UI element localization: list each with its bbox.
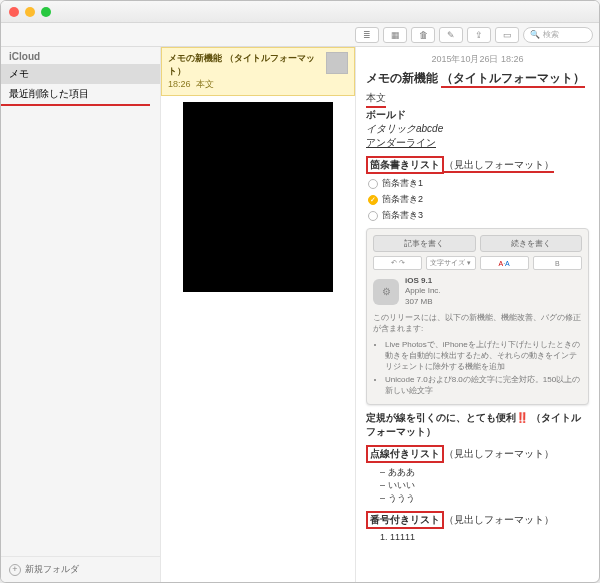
trash-button[interactable]: 🗑 <box>411 27 435 43</box>
embed-app-name: iOS 9.1 <box>405 276 441 286</box>
embed-list: Live Photosで、iPhoneを上げたり下げたりしたときの動きを自動的に… <box>385 339 582 396</box>
bullet-heading-hl: （見出しフォーマット） <box>444 159 554 173</box>
toolbar: ≣ ▦ 🗑 ✎ ⇪ ▭ 🔍 検索 <box>1 23 599 47</box>
embed-desc: このリリースには、以下の新機能、機能改善、バグの修正が含まれます: <box>373 313 582 335</box>
checklist: 箇条書き1 箇条書き2 箇条書き3 <box>368 177 589 222</box>
notes-window: ≣ ▦ 🗑 ✎ ⇪ ▭ 🔍 検索 iCloud メモ 最近削除した項目 + 新規… <box>0 0 600 583</box>
bullet-heading-box: 箇条書きリスト <box>366 156 444 174</box>
note-title-highlight: （タイトルフォーマット） <box>441 71 585 88</box>
radio-icon[interactable] <box>368 211 378 221</box>
body: iCloud メモ 最近削除した項目 + 新規フォルダ メモの新機能 （タイトル… <box>1 47 599 582</box>
num-heading: 番号付きリスト（見出しフォーマット） <box>366 511 589 529</box>
embed-tab-continue[interactable]: 続きを書く <box>480 235 583 252</box>
note-date: 2015年10月26日 18:26 <box>366 53 589 66</box>
body-underline: アンダーライン <box>366 136 589 150</box>
search-icon: 🔍 <box>530 30 540 39</box>
sidebar-section-icloud: iCloud <box>1 47 160 64</box>
embed-toolbar: ↶ ↷ 文字サイズ ▾ A·A B <box>373 256 582 270</box>
embed-tabs: 記事を書く 続きを書く <box>373 235 582 252</box>
zoom-icon[interactable] <box>41 7 51 17</box>
dash-heading-rest: （見出しフォーマット） <box>444 448 554 459</box>
num-heading-rest: （見出しフォーマット） <box>444 514 554 525</box>
gear-icon: ⚙ <box>373 279 399 305</box>
search-placeholder: 検索 <box>543 29 559 40</box>
new-folder-label: 新規フォルダ <box>25 563 79 576</box>
note-card-meta: 18:26 本文 <box>168 78 322 91</box>
checklist-label: 箇条書き1 <box>382 177 423 190</box>
body-bold: ボールド <box>366 108 589 122</box>
note-card-text: メモの新機能 （タイトルフォーマット） 18:26 本文 <box>168 52 322 91</box>
body-honbun: 本文 <box>366 91 386 108</box>
note-card-title: メモの新機能 （タイトルフォーマット） <box>168 52 322 78</box>
search-input[interactable]: 🔍 検索 <box>523 27 593 43</box>
redacted-block <box>183 102 333 292</box>
note-title: メモの新機能 （タイトルフォーマット） <box>366 70 589 87</box>
sidebar-item-label: メモ <box>9 68 29 79</box>
share-button[interactable]: ⇪ <box>467 27 491 43</box>
fontsize-select[interactable]: 文字サイズ ▾ <box>426 256 475 270</box>
dash-item: いいい <box>380 479 589 492</box>
sidebar-item-notes[interactable]: メモ <box>1 64 160 84</box>
double-exclaim-icon: ‼️ <box>516 412 528 423</box>
embed-tab-write[interactable]: 記事を書く <box>373 235 476 252</box>
titlebar <box>1 1 599 23</box>
attach-button[interactable]: ▭ <box>495 27 519 43</box>
embed-app-row: ⚙ iOS 9.1 Apple Inc. 307 MB <box>373 276 582 307</box>
close-icon[interactable] <box>9 7 19 17</box>
embed-app-vendor: Apple Inc. <box>405 286 441 296</box>
dash-heading-box: 点線付きリスト <box>366 445 444 463</box>
note-card-thumb <box>326 52 348 74</box>
radio-icon[interactable] <box>368 179 378 189</box>
radio-checked-icon[interactable] <box>368 195 378 205</box>
color-a-icon[interactable]: A·A <box>480 256 529 270</box>
plus-icon: + <box>9 564 21 576</box>
bullet-heading: 箇条書きリスト（見出しフォーマット） <box>366 156 589 174</box>
num-heading-box: 番号付きリスト <box>366 511 444 529</box>
undo-icon[interactable]: ↶ ↷ <box>373 256 422 270</box>
sidebar: iCloud メモ 最近削除した項目 + 新規フォルダ <box>1 47 161 582</box>
minimize-icon[interactable] <box>25 7 35 17</box>
sidebar-spacer <box>1 106 160 556</box>
checklist-item[interactable]: 箇条書き1 <box>368 177 589 190</box>
note-card[interactable]: メモの新機能 （タイトルフォーマット） 18:26 本文 <box>161 47 355 96</box>
note-card-subtitle: 本文 <box>196 79 214 89</box>
embed-app-size: 307 MB <box>405 297 441 307</box>
sidebar-item-recently-deleted[interactable]: 最近削除した項目 <box>1 84 150 106</box>
numbered-list: 1. 11111 <box>380 532 589 542</box>
traffic-lights <box>9 7 51 17</box>
note-list: メモの新機能 （タイトルフォーマット） 18:26 本文 <box>161 47 356 582</box>
view-grid-button[interactable]: ▦ <box>383 27 407 43</box>
checklist-item[interactable]: 箇条書き3 <box>368 209 589 222</box>
embed-list-item: Live Photosで、iPhoneを上げたり下げたりしたときの動きを自動的に… <box>385 339 582 372</box>
num-item: 1. 11111 <box>380 532 589 542</box>
embed-app-meta: iOS 9.1 Apple Inc. 307 MB <box>405 276 441 307</box>
checklist-item[interactable]: 箇条書き2 <box>368 193 589 206</box>
view-list-button[interactable]: ≣ <box>355 27 379 43</box>
ruler-text-a: 定規が線を引くのに、とても便利 <box>366 412 516 423</box>
bold-italic-icon[interactable]: B <box>533 256 582 270</box>
compose-button[interactable]: ✎ <box>439 27 463 43</box>
checklist-label: 箇条書き2 <box>382 193 423 206</box>
dash-item: あああ <box>380 466 589 479</box>
new-folder-button[interactable]: + 新規フォルダ <box>1 556 160 582</box>
embed-list-item: Unicode 7.0および8.0の絵文字に完全対応。150以上の新しい絵文字 <box>385 374 582 396</box>
note-title-plain: メモの新機能 <box>366 71 441 85</box>
checklist-label: 箇条書き3 <box>382 209 423 222</box>
sidebar-item-label: 最近削除した項目 <box>9 88 89 99</box>
embedded-screenshot: 記事を書く 続きを書く ↶ ↷ 文字サイズ ▾ A·A B ⚙ iOS 9.1 … <box>366 228 589 405</box>
ruler-paragraph: 定規が線を引くのに、とても便利‼️ （タイトルフォーマット） <box>366 411 589 439</box>
dash-list: あああ いいい ううう <box>380 466 589 505</box>
dash-item: ううう <box>380 492 589 505</box>
note-content[interactable]: 2015年10月26日 18:26 メモの新機能 （タイトルフォーマット） 本文… <box>356 47 599 582</box>
note-card-time: 18:26 <box>168 79 191 89</box>
body-italic: イタリックabcde <box>366 122 589 136</box>
dash-heading: 点線付きリスト（見出しフォーマット） <box>366 445 589 463</box>
